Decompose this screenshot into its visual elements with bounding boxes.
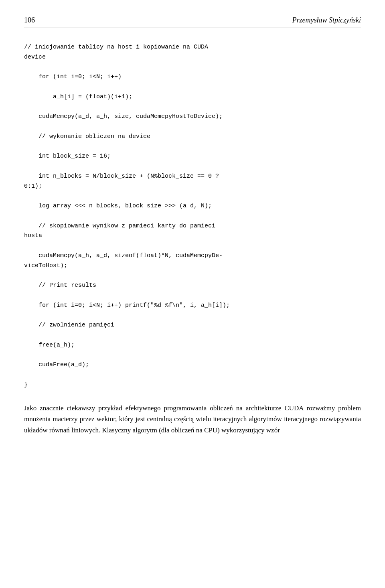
page-author: Przemysław Stpiczyński (292, 16, 361, 24)
page-header: 106 Przemysław Stpiczyński (24, 16, 361, 28)
page-number: 106 (24, 16, 35, 24)
body-paragraph: Jako znacznie ciekawszy przykład efektyw… (24, 403, 361, 436)
code-block: // inicjowanie tablicy na host i kopiowa… (24, 43, 361, 390)
body-text: Jako znacznie ciekawszy przykład efektyw… (24, 403, 361, 436)
